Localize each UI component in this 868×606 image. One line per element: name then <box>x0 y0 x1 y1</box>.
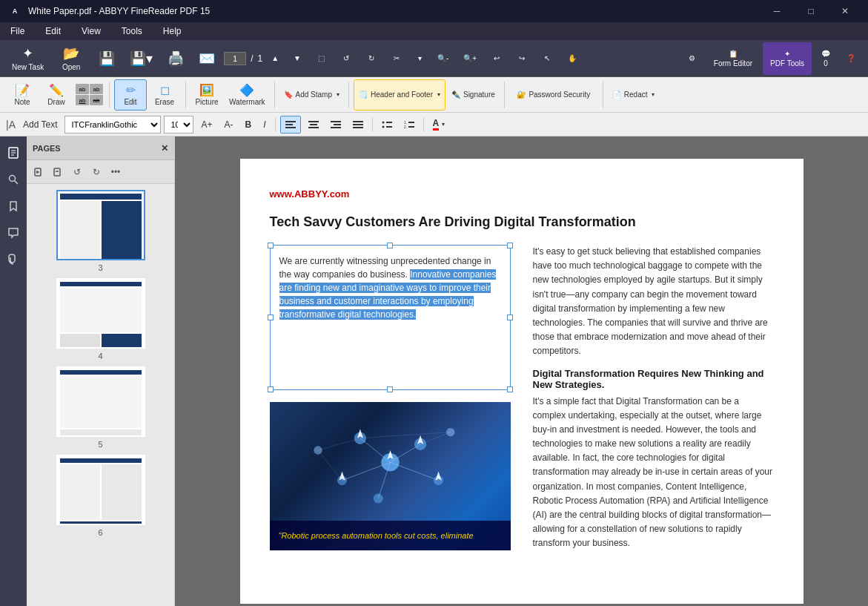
justify-button[interactable] <box>348 116 368 134</box>
redact-dropdown-arrow: ▾ <box>652 91 655 98</box>
menu-tools[interactable]: Tools <box>117 24 147 38</box>
rotate-left-button[interactable]: ↺ <box>335 42 357 75</box>
text-cursor-icon: |A <box>6 119 16 131</box>
rotate-right-button[interactable]: ↻ <box>87 163 105 181</box>
close-pages-panel-button[interactable]: ✕ <box>161 143 168 154</box>
handle-right-mid[interactable] <box>507 314 513 320</box>
close-button[interactable]: ✕ <box>828 0 862 22</box>
menu-view[interactable]: View <box>77 24 105 38</box>
page-thumbnail-5[interactable]: 5 <box>33 366 168 449</box>
form-editor-button[interactable]: 📋 Form Editor <box>706 42 760 75</box>
attachments-icon[interactable] <box>3 249 24 270</box>
text-toolbar-sep2 <box>372 117 373 132</box>
bold-button[interactable]: B <box>240 116 256 134</box>
page-thumbnail-3[interactable]: 3 <box>33 190 168 272</box>
chat-button[interactable]: 💬 0 <box>815 42 837 75</box>
search-icon <box>7 174 19 185</box>
svg-line-39 <box>360 438 390 463</box>
main-toolbar: ✦ New Task 📂 Open 💾 💾▾ 🖨️ ✉️ / 1 ▲ ▼ ⬚ ↺… <box>0 40 868 77</box>
rotate-left-icon: ↺ <box>343 54 349 62</box>
help-icon: ❓ <box>847 54 855 62</box>
hand-tool-button[interactable]: ✋ <box>561 42 583 75</box>
signature-tool[interactable]: ✒️ Signature <box>447 79 500 111</box>
signature-icon: ✒️ <box>451 90 460 99</box>
open-button[interactable]: 📂 Open <box>53 42 90 75</box>
add-text-button[interactable]: Add Text <box>19 116 62 134</box>
align-center-button[interactable] <box>304 116 323 134</box>
watermark-tool[interactable]: 🔷 Watermark <box>225 79 270 111</box>
text-edit-box[interactable]: We are currently witnessing unprecedente… <box>270 245 511 390</box>
bookmarks-icon[interactable] <box>3 196 24 217</box>
text-color-button[interactable]: A ▾ <box>428 116 450 134</box>
decrease-font-size-button[interactable]: A- <box>219 116 237 134</box>
align-left-button[interactable] <box>280 116 301 134</box>
page-number-input[interactable] <box>224 52 246 65</box>
help-button[interactable]: ❓ <box>840 42 862 75</box>
font-select[interactable]: ITCFranklinGothic <box>64 116 161 134</box>
handle-left-mid[interactable] <box>268 314 274 320</box>
undo-button[interactable]: ↩ <box>486 42 508 75</box>
select-tool-button[interactable]: ⬚ <box>310 42 332 75</box>
font-size-select[interactable]: 10 <box>164 116 193 134</box>
print-button[interactable]: 🖨️ <box>162 42 190 75</box>
comments-icon[interactable] <box>3 223 24 243</box>
handle-bottom-mid[interactable] <box>387 386 393 392</box>
menu-file[interactable]: File <box>6 24 29 38</box>
handle-top-right[interactable] <box>507 243 513 248</box>
handle-bottom-left[interactable] <box>268 386 274 392</box>
zoom-in-button[interactable]: 🔍+ <box>457 42 483 75</box>
crop-button[interactable]: ✂ <box>385 42 408 75</box>
save-as-button[interactable]: 💾▾ <box>124 42 159 75</box>
pages-panel-icon[interactable] <box>3 142 24 163</box>
password-security-button[interactable]: 🔐 Password Security <box>509 79 598 111</box>
settings-button[interactable]: ⚙ <box>681 42 703 75</box>
svg-line-47 <box>318 450 342 481</box>
menu-edit[interactable]: Edit <box>41 24 65 38</box>
pdf-tools-button[interactable]: ✦ PDF Tools <box>763 42 812 75</box>
align-center-icon <box>308 120 319 129</box>
pdf-tools-icon: ✦ <box>784 50 790 58</box>
next-page-button[interactable]: ▼ <box>288 42 307 75</box>
redo-button[interactable]: ↪ <box>511 42 533 75</box>
add-stamp-button[interactable]: 🔖 Add Stamp ▾ <box>279 79 344 111</box>
prev-page-button[interactable]: ▲ <box>265 42 285 75</box>
page-thumbnail-4[interactable]: 4 <box>33 278 168 360</box>
align-right-button[interactable] <box>326 116 345 134</box>
document-area[interactable]: www.ABBYY.com Tech Savvy Customers Are D… <box>175 136 868 606</box>
page-thumbnail-6[interactable]: 6 <box>33 455 168 537</box>
attachment-icon <box>7 254 19 266</box>
handle-top-left[interactable] <box>268 243 274 248</box>
crop-dropdown-button[interactable]: ▾ <box>411 42 428 75</box>
numbered-list-button[interactable]: 1.2. <box>400 116 419 134</box>
cursor-button[interactable]: ↖ <box>536 42 558 75</box>
increase-font-size-button[interactable]: A+ <box>196 116 216 134</box>
rotate-left-button[interactable]: ↺ <box>68 163 86 181</box>
save-button[interactable]: 💾 <box>93 42 121 75</box>
header-footer-button[interactable]: 🗒️ Header and Footer ▾ <box>354 79 445 111</box>
redact-icon: 📄 <box>612 90 621 99</box>
list-button[interactable] <box>377 116 397 134</box>
handle-top-mid[interactable] <box>387 243 393 248</box>
redact-button[interactable]: 📄 Redact ▾ <box>608 79 660 111</box>
handle-bottom-right[interactable] <box>507 386 513 392</box>
draw-tool[interactable]: ✏️ Draw <box>40 79 73 111</box>
svg-point-14 <box>382 125 384 128</box>
delete-page-button[interactable] <box>49 163 67 181</box>
minimize-button[interactable]: ─ <box>760 0 794 22</box>
new-task-button[interactable]: ✦ New Task <box>6 42 50 75</box>
svg-rect-29 <box>54 168 60 176</box>
rotate-right-button[interactable]: ↻ <box>360 42 382 75</box>
note-tool[interactable]: 📝 Note <box>6 79 39 111</box>
email-button[interactable]: ✉️ <box>193 42 221 75</box>
italic-button[interactable]: I <box>259 116 270 134</box>
pages-more-button[interactable]: ••• <box>107 163 125 181</box>
maximize-button[interactable]: □ <box>794 0 828 22</box>
add-page-button[interactable] <box>30 163 47 181</box>
edit-tool[interactable]: ✏ Edit <box>114 79 147 111</box>
network-graphic <box>270 402 511 523</box>
search-sidebar-icon[interactable] <box>3 169 24 190</box>
menu-help[interactable]: Help <box>159 24 186 38</box>
zoom-out-button[interactable]: 🔍- <box>431 42 454 75</box>
erase-tool[interactable]: ◻ Erase <box>148 79 181 111</box>
picture-tool[interactable]: 🖼️ Picture <box>191 79 223 111</box>
